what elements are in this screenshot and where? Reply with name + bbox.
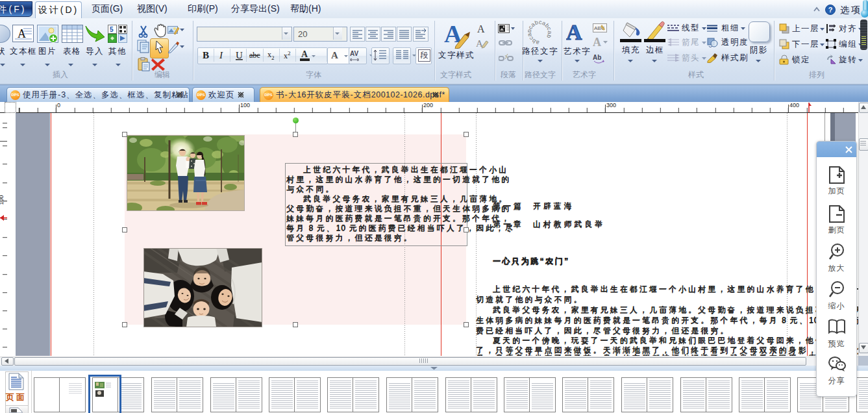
svg-text:5: 5 — [110, 26, 114, 33]
svg-text:B: B — [203, 50, 209, 60]
svg-text:AV: AV — [350, 50, 358, 57]
svg-text:A: A — [301, 49, 308, 59]
svg-text:Ab: Ab — [593, 54, 601, 61]
svg-text:2: 2 — [271, 55, 275, 61]
svg-text:A: A — [477, 23, 485, 34]
svg-text:abcabcabcabcab: abcabcabcabcab — [528, 21, 551, 44]
svg-text:U: U — [236, 50, 243, 60]
svg-text:2: 2 — [288, 50, 291, 56]
svg-text:abc: abc — [249, 51, 260, 60]
svg-text:A: A — [566, 21, 582, 42]
svg-text:A: A — [331, 50, 338, 60]
svg-text:I: I — [219, 50, 223, 60]
svg-text:A: A — [593, 36, 601, 48]
